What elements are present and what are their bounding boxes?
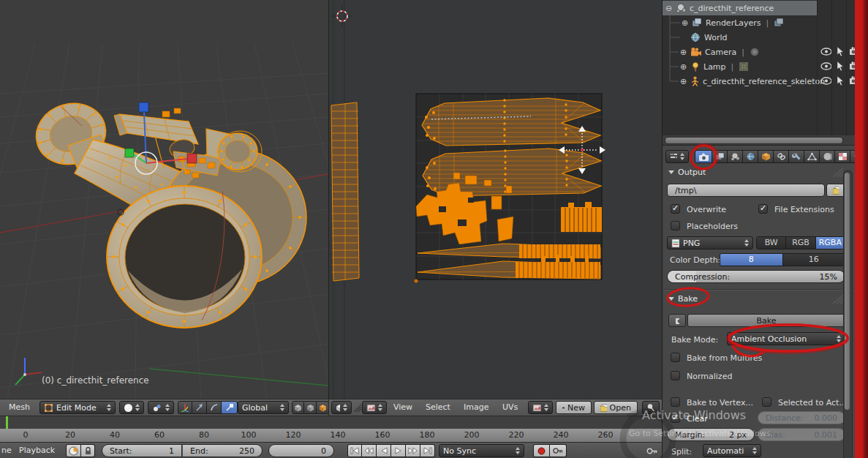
outliner-row-scene[interactable]: ⊖ c_directhit_reference	[665, 1, 774, 15]
margin-field[interactable]: Margin: 2 px	[667, 428, 755, 441]
render-layers-tab[interactable]	[712, 150, 728, 163]
mode-dropdown[interactable]: Edit Mode	[39, 401, 116, 414]
lamp-render-toggle-icon[interactable]	[849, 61, 855, 70]
outliner-row-lamp[interactable]: ⊕ Lamp |	[679, 59, 749, 74]
pin-button[interactable]	[642, 401, 660, 414]
camera-hide-eye-icon[interactable]	[820, 47, 832, 56]
material-tab[interactable]	[820, 150, 835, 163]
record-button[interactable]	[533, 444, 550, 457]
viewport-shading-dropdown[interactable]	[119, 401, 144, 414]
expand-icon[interactable]: ⊕	[679, 77, 687, 86]
compression-slider[interactable]: Compression: 15%	[667, 270, 845, 283]
open-image-button[interactable]: Open	[594, 401, 638, 414]
time-toggle-button[interactable]	[66, 444, 81, 457]
expand-icon[interactable]: ⊕	[679, 62, 687, 72]
rotate-manipulator-button[interactable]	[207, 401, 222, 414]
play-reverse-button[interactable]	[377, 444, 391, 457]
output-path-field[interactable]: /tmp\	[667, 184, 825, 197]
playback-menu[interactable]: Playback	[19, 446, 55, 455]
bake-button[interactable]: Bake	[687, 314, 845, 327]
uv-image-menu[interactable]: Image	[464, 402, 488, 412]
outliner-row-skeleton[interactable]: ⊕ c_directhit_reference_skeleton	[679, 74, 825, 89]
bake-to-vertex-checkbox[interactable]	[671, 397, 680, 407]
normalized-checkbox[interactable]	[671, 371, 680, 380]
jump-to-end-button[interactable]	[420, 444, 435, 457]
outliner[interactable]: ⊖ c_directhit_reference ⊕ RenderLayers |…	[662, 0, 855, 135]
pivot-point-dropdown[interactable]	[148, 401, 174, 414]
rgba-option[interactable]: RGBA	[816, 237, 845, 249]
outliner-horizontal-scrollbar[interactable]	[665, 137, 843, 144]
world-tab[interactable]	[743, 150, 758, 163]
constraints-tab[interactable]	[774, 150, 789, 163]
clear-checkbox[interactable]	[671, 413, 680, 423]
end-frame-field[interactable]: End: 250	[182, 444, 263, 457]
bake-icon-button[interactable]	[668, 314, 686, 327]
snap-cube-button[interactable]	[317, 401, 329, 414]
editor-type-selector[interactable]	[362, 401, 387, 414]
skeleton-hide-eye-icon[interactable]	[820, 76, 832, 86]
camera-select-cursor-icon[interactable]	[836, 46, 845, 57]
timeline-track[interactable]	[0, 416, 662, 429]
bake-panel-header[interactable]: Bake	[668, 294, 698, 304]
expand-icon[interactable]: ⊕	[679, 48, 687, 57]
scene-tab[interactable]	[728, 150, 743, 163]
translate-manipulator-button[interactable]	[192, 401, 207, 414]
manipulator-axes-button[interactable]	[178, 401, 192, 414]
play-button[interactable]	[391, 444, 406, 457]
bias-field[interactable]: Bias: 0.001	[758, 428, 845, 441]
transform-orientation-dropdown[interactable]: Global	[238, 401, 289, 414]
selected-to-active-checkbox[interactable]	[762, 397, 771, 407]
keying-set-button[interactable]	[550, 444, 567, 457]
sync-mode-dropdown[interactable]: No Sync	[439, 444, 524, 457]
distance-field[interactable]: Distance: 0.000	[758, 411, 845, 424]
lock-toggle-button[interactable]	[81, 444, 95, 457]
start-frame-field[interactable]: Start: 1	[102, 444, 182, 457]
properties-context-selector[interactable]	[665, 150, 689, 163]
timeline-menu-partial[interactable]: ne	[1, 446, 12, 455]
limit-selection-button[interactable]	[292, 401, 304, 414]
object-data-tab[interactable]	[804, 150, 820, 163]
uv-view-menu[interactable]: View	[393, 402, 412, 412]
lamp-select-cursor-icon[interactable]	[836, 61, 845, 72]
current-frame-field[interactable]: 0	[268, 444, 334, 457]
depth-8-option[interactable]: 8	[720, 254, 783, 266]
depth-16-option[interactable]: 16	[783, 254, 845, 266]
shaded-cube-button[interactable]	[304, 401, 317, 414]
rgb-option[interactable]: RGB	[786, 237, 815, 249]
texture-tab[interactable]	[835, 150, 850, 163]
mesh-menu[interactable]: Mesh	[9, 402, 30, 412]
uv-image-editor[interactable]	[328, 0, 662, 399]
skeleton-render-toggle-icon[interactable]	[849, 76, 855, 85]
outliner-row-renderlayers[interactable]: ⊕ RenderLayers |	[681, 15, 785, 30]
jump-to-start-button[interactable]	[347, 444, 362, 457]
scale-manipulator-button[interactable]	[222, 401, 238, 414]
new-image-button[interactable]: New	[556, 401, 592, 414]
keying-icon-right[interactable]	[646, 447, 658, 455]
output-panel-header[interactable]: Output	[668, 168, 706, 177]
outliner-row-camera[interactable]: ⊕ Camera |	[679, 45, 760, 59]
image-datablock-dropdown[interactable]	[528, 401, 553, 414]
skeleton-select-cursor-icon[interactable]	[836, 75, 845, 86]
current-frame-marker[interactable]	[6, 416, 8, 429]
camera-render-toggle-icon[interactable]	[849, 47, 855, 56]
properties-editor[interactable]: Output /tmp\ Overwrite File Extensions P…	[662, 145, 855, 458]
timeline-ruler[interactable]: 0 20 40 60 80 100 120 140 160 180 200 22…	[0, 429, 662, 442]
file-format-dropdown[interactable]: PNG	[667, 236, 753, 249]
modifiers-tab[interactable]	[789, 150, 804, 163]
bake-mode-dropdown[interactable]: Ambient Occlusion	[727, 332, 845, 345]
properties-scrollbar-track[interactable]	[843, 170, 853, 458]
render-tab[interactable]	[695, 150, 712, 163]
uv-select-menu[interactable]: Select	[426, 402, 450, 412]
properties-scrollbar-thumb[interactable]	[845, 173, 850, 410]
next-keyframe-button[interactable]	[406, 444, 420, 457]
split-dropdown[interactable]: Automati	[703, 444, 761, 457]
lamp-hide-eye-icon[interactable]	[820, 61, 832, 71]
file-extensions-checkbox[interactable]	[758, 204, 768, 214]
collapse-icon[interactable]: ⊖	[665, 4, 673, 13]
expand-icon[interactable]: ⊕	[681, 18, 689, 28]
previous-keyframe-button[interactable]	[362, 444, 377, 457]
uv-uvs-menu[interactable]: UVs	[502, 402, 518, 412]
overwrite-checkbox[interactable]	[671, 204, 680, 214]
sticky-selection-dropdown[interactable]	[331, 401, 352, 414]
bw-option[interactable]: BW	[757, 237, 786, 249]
